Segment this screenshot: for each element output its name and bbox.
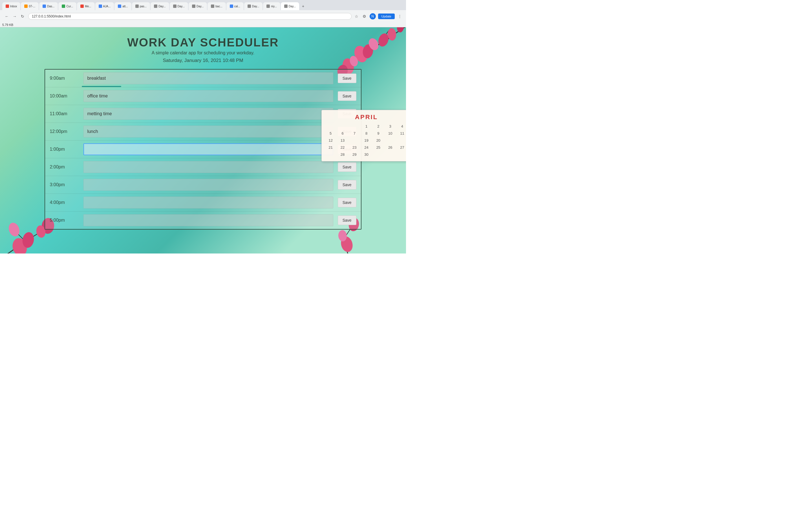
schedule-row-5pm: 5:00pm Save — [45, 212, 361, 229]
cal-day-19[interactable]: 19 — [361, 137, 372, 144]
scheduler-container: 9:00am Save 10:00am APRIL 1 2 3 4 — [45, 69, 361, 230]
save-button-9am[interactable]: Save — [338, 73, 356, 83]
task-input-9am[interactable] — [84, 72, 333, 84]
cal-day-29[interactable]: 29 — [349, 151, 360, 158]
schedule-row-10am: 10:00am APRIL 1 2 3 4 5 6 7 — [45, 87, 361, 105]
browser-chrome: Inbox 07-... Das... Cur... Me... AJA... … — [0, 0, 406, 27]
cal-day-10[interactable]: 10 — [385, 130, 396, 136]
cal-day-27[interactable]: 27 — [396, 144, 406, 151]
menu-icon[interactable]: ⋮ — [397, 13, 403, 19]
cal-day-24[interactable]: 24 — [361, 144, 372, 151]
cal-empty-5 — [385, 137, 396, 144]
forward-button[interactable]: → — [11, 13, 18, 20]
cal-day-4[interactable]: 4 — [396, 123, 406, 129]
cal-day-12[interactable]: 12 — [325, 137, 336, 144]
cal-day-26[interactable]: 26 — [385, 144, 396, 151]
tab-15[interactable]: niy... — [263, 2, 280, 10]
cal-day-30[interactable]: 30 — [361, 151, 372, 158]
toolbar-icons: ☆ ⚙ N — [354, 13, 376, 19]
task-input-3pm[interactable] — [84, 179, 333, 191]
task-input-1pm[interactable] — [84, 144, 333, 155]
tab-14[interactable]: Day... — [244, 2, 262, 10]
tab-8[interactable]: pas... — [132, 2, 150, 10]
schedule-row-4pm: 4:00pm Save — [45, 194, 361, 212]
time-label-1pm: 1:00pm — [50, 147, 84, 152]
time-label-4pm: 4:00pm — [50, 200, 84, 205]
tab-4[interactable]: Cur... — [58, 2, 77, 10]
file-size-indicator: 5.79 KB — [0, 22, 406, 27]
task-input-4pm[interactable] — [84, 196, 333, 209]
cal-day-25[interactable]: 25 — [373, 144, 384, 151]
schedule-row-1pm: 1:00pm Save — [45, 140, 361, 158]
new-tab-button[interactable]: + — [300, 3, 306, 10]
back-button[interactable]: ← — [3, 13, 10, 20]
tab-10[interactable]: Day... — [170, 2, 188, 10]
schedule-row-2pm: 2:00pm Save — [45, 158, 361, 176]
cal-empty-7 — [325, 151, 336, 158]
profile-icon[interactable]: N — [370, 13, 376, 19]
tab-7[interactable]: att... — [114, 2, 131, 10]
tab-inbox[interactable]: Inbox — [2, 2, 20, 10]
save-button-3pm[interactable]: Save — [338, 180, 356, 189]
cal-day-1[interactable]: 1 — [361, 123, 372, 129]
star-icon[interactable]: ☆ — [354, 13, 359, 19]
task-input-5pm[interactable] — [84, 214, 333, 226]
tab-3[interactable]: Das... — [39, 2, 58, 10]
tab-6[interactable]: AJA... — [95, 2, 114, 10]
nav-buttons: ← → ↻ — [3, 13, 26, 20]
time-label-3pm: 3:00pm — [50, 182, 84, 187]
tab-12[interactable]: bac... — [207, 2, 225, 10]
calendar-month: APRIL — [325, 114, 406, 121]
task-input-2pm[interactable] — [84, 161, 333, 173]
cal-empty-2 — [337, 123, 348, 129]
task-input-10am[interactable] — [84, 90, 333, 102]
time-label-5pm: 5:00pm — [50, 218, 84, 223]
teal-progress-line — [82, 86, 121, 87]
time-label-12pm: 12:00pm — [50, 129, 84, 134]
time-label-9am: 9:00am — [50, 76, 84, 81]
cal-day-6[interactable]: 6 — [337, 130, 348, 136]
cal-day-2[interactable]: 2 — [373, 123, 384, 129]
cal-day-13[interactable]: 13 — [337, 137, 348, 144]
cal-day-5[interactable]: 5 — [325, 130, 336, 136]
address-bar: ← → ↻ 127.0.0.1:5500/index.html ☆ ⚙ N Up… — [0, 10, 406, 22]
task-input-11am[interactable] — [84, 108, 333, 120]
save-button-2pm[interactable]: Save — [338, 162, 356, 172]
save-button-4pm[interactable]: Save — [338, 198, 356, 207]
cal-day-11[interactable]: 11 — [396, 130, 406, 136]
tab-13[interactable]: cal... — [226, 2, 244, 10]
calendar-grid: 1 2 3 4 5 6 7 8 9 10 11 12 13 19 — [325, 123, 406, 158]
cal-day-9[interactable]: 9 — [373, 130, 384, 136]
cal-day-21[interactable]: 21 — [325, 144, 336, 151]
cal-day-7[interactable]: 7 — [349, 130, 360, 136]
tab-bar: Inbox 07-... Das... Cur... Me... AJA... … — [0, 0, 406, 10]
cal-day-28[interactable]: 28 — [337, 151, 348, 158]
cal-empty-1 — [325, 123, 336, 129]
cal-empty-3 — [349, 123, 360, 129]
cal-day-20[interactable]: 20 — [373, 137, 384, 144]
tab-5[interactable]: Me... — [77, 2, 94, 10]
cal-day-22[interactable]: 22 — [337, 144, 348, 151]
schedule-row-3pm: 3:00pm Save — [45, 176, 361, 194]
tab-active[interactable]: Day... — [281, 2, 299, 10]
cal-day-8[interactable]: 8 — [361, 130, 372, 136]
extension-icon[interactable]: ⚙ — [362, 13, 367, 19]
calendar-overlay: APRIL 1 2 3 4 5 6 7 8 9 10 — [321, 110, 406, 161]
cal-day-23[interactable]: 23 — [349, 144, 360, 151]
reload-button[interactable]: ↻ — [19, 13, 26, 20]
task-input-12pm[interactable] — [84, 126, 333, 137]
url-text: 127.0.0.1:5500/index.html — [32, 14, 71, 18]
cal-empty-6 — [396, 137, 406, 144]
url-bar[interactable]: 127.0.0.1:5500/index.html — [28, 13, 352, 20]
tab-2[interactable]: 07-... — [21, 2, 39, 10]
tab-11[interactable]: Day... — [189, 2, 207, 10]
update-button[interactable]: Update — [378, 13, 395, 19]
cal-empty-4 — [349, 137, 360, 144]
save-button-10am[interactable]: Save — [338, 91, 356, 101]
save-button-5pm[interactable]: Save — [338, 216, 356, 225]
cal-day-3[interactable]: 3 — [385, 123, 396, 129]
tab-9[interactable]: Day... — [151, 2, 169, 10]
app-subtitle: A simple calendar app for scheduling you… — [6, 50, 400, 55]
app-title: WORK DAY SCHEDULER — [6, 36, 400, 49]
time-label-10am: 10:00am — [50, 94, 84, 99]
